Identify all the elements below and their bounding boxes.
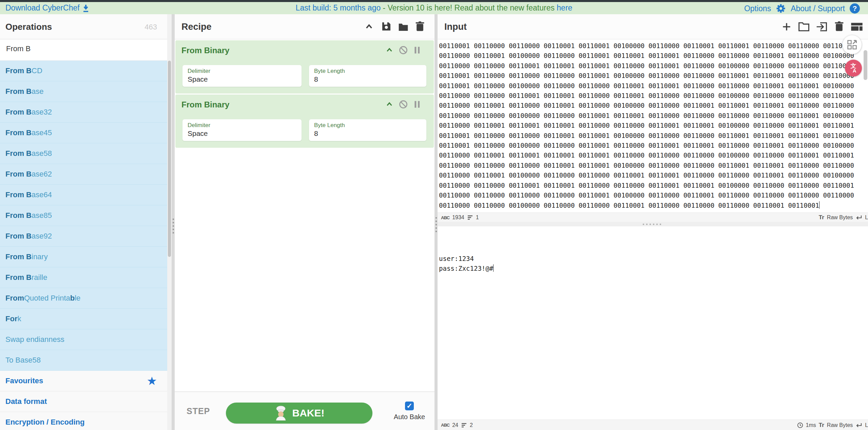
operation-item[interactable]: From Quoted Printable [0, 288, 167, 309]
step-button[interactable]: STEP [187, 406, 210, 416]
extension-scan-badge[interactable] [843, 35, 862, 54]
recipe-operation-card[interactable]: From Binary Delimiter Space Byte Length … [175, 40, 434, 94]
input-line: 00110001 00110000 00100000 00110000 0011… [439, 141, 864, 150]
item-text: le [75, 294, 80, 303]
match-text: From B [5, 108, 32, 117]
operation-item[interactable]: From Base64 [0, 185, 167, 205]
operation-item[interactable]: From Base85 [0, 205, 167, 226]
input-line: 00110000 00110001 00110000 00110001 0011… [439, 101, 864, 110]
options-link[interactable]: Options [744, 4, 771, 13]
input-line: 00110000 00110000 00110000 00110001 0011… [439, 161, 864, 170]
splitter-recipe-io[interactable] [435, 14, 438, 430]
auto-bake-checkbox[interactable]: ✓ [405, 402, 414, 410]
output-textarea[interactable]: user:1234pass:Zxc123!@# [438, 251, 868, 419]
output-encoding[interactable]: Raw Bytes [827, 422, 853, 428]
eol-return-icon [855, 423, 862, 428]
char-count-icon: ABC [441, 423, 449, 428]
load-recipe-folder-icon[interactable] [398, 21, 409, 32]
input-line: 00110000 00110000 00100000 00110000 0011… [439, 201, 864, 210]
recipe-operation-list: From Binary Delimiter Space Byte Length … [175, 40, 435, 148]
output-line: user:1234 [439, 254, 868, 264]
input-eol[interactable]: LF [865, 214, 868, 221]
clear-recipe-trash-icon[interactable] [415, 21, 425, 32]
collapse-op-icon[interactable] [385, 100, 394, 109]
operation-item[interactable]: From Base58 [0, 143, 167, 164]
input-line: 00110000 00110000 00110001 00110001 0011… [439, 91, 864, 101]
pause-op-icon[interactable] [413, 100, 421, 108]
auto-bake-label: Auto Bake [389, 413, 430, 421]
input-title: Input [444, 22, 467, 32]
recipe-operation-card[interactable]: From Binary Delimiter Space Byte Length … [175, 95, 434, 148]
operation-item[interactable]: From Base92 [0, 226, 167, 247]
collapse-op-icon[interactable] [385, 46, 394, 55]
line-count-icon [461, 423, 467, 428]
match-text: b [70, 294, 75, 303]
recipe-panel: Recipe From Binary Delimiter Space Byte … [175, 14, 435, 430]
category-label: Favourites [5, 376, 43, 385]
add-input-tab-icon[interactable] [781, 21, 792, 32]
disable-op-icon[interactable] [399, 45, 408, 55]
operation-item[interactable]: To Base58 [0, 350, 167, 371]
category-item[interactable]: Favourites★ [0, 371, 167, 391]
operations-scrollbar-thumb[interactable] [168, 61, 171, 257]
byte-length-input[interactable]: Byte Length 8 [309, 65, 426, 87]
category-label: Encryption / Encoding [5, 418, 84, 427]
operation-item[interactable]: From BCD [0, 61, 167, 81]
delimiter-select[interactable]: Delimiter Space [182, 65, 302, 87]
match-text: From B [5, 66, 32, 75]
item-text: CD [32, 66, 42, 75]
byte-length-input[interactable]: Byte Length 8 [309, 119, 426, 141]
output-eol[interactable]: LF [865, 422, 868, 428]
category-item[interactable]: Encryption / Encoding [0, 412, 167, 430]
clear-input-trash-icon[interactable] [834, 21, 844, 32]
operation-item[interactable]: From Base32 [0, 102, 167, 123]
input-encoding[interactable]: Raw Bytes [827, 214, 853, 221]
pause-op-icon[interactable] [413, 46, 421, 54]
help-icon[interactable]: ? [850, 3, 860, 14]
text-cursor [493, 264, 494, 272]
disable-op-icon[interactable] [399, 100, 408, 109]
match-text: From B [5, 252, 32, 261]
match-text: From B [5, 149, 32, 158]
match-text: From B [5, 190, 32, 199]
collapse-recipe-icon[interactable] [364, 22, 374, 32]
arg-label: Byte Length [314, 68, 345, 75]
splitter-operations-recipe[interactable] [172, 14, 175, 430]
operation-name: From Binary [181, 46, 229, 55]
line-count-icon [467, 215, 473, 220]
encoding-icon[interactable]: Tr [819, 422, 824, 429]
input-line: 00110000 00110000 00100000 00110000 0011… [439, 111, 864, 121]
recipe-header: Recipe [175, 14, 435, 39]
favourites-star-icon[interactable]: ★ [147, 374, 157, 388]
open-folder-import-icon[interactable] [816, 22, 827, 32]
open-file-folder-icon[interactable] [798, 22, 810, 32]
encoding-icon[interactable]: Tr [819, 214, 824, 221]
category-item[interactable]: Data format [0, 391, 167, 412]
bake-time: 1ms [806, 422, 816, 428]
search-input[interactable] [5, 44, 156, 54]
extension-translate-badge[interactable]: 文A [845, 60, 862, 77]
delimiter-select[interactable]: Delimiter Space [182, 119, 302, 141]
input-tab-layout-icon[interactable] [851, 22, 863, 31]
splitter-input-output[interactable] [438, 222, 868, 226]
about-link[interactable]: About / Support [791, 4, 845, 13]
operation-item[interactable]: From Braille [0, 267, 167, 288]
operations-header: Operations 463 [0, 14, 167, 39]
operation-item[interactable]: From Base [0, 81, 167, 102]
gear-icon[interactable] [776, 3, 786, 14]
item-text: To Base58 [5, 356, 41, 365]
output-line: pass:Zxc123!@# [439, 264, 868, 273]
input-textarea[interactable]: 00110001 00110000 00110000 00110001 0011… [438, 39, 864, 212]
operation-item[interactable]: From Base45 [0, 123, 167, 143]
operation-item[interactable]: Swap endianness [0, 329, 167, 350]
operation-item[interactable]: From Binary [0, 247, 167, 267]
build-link[interactable]: Last build: 5 months ago [296, 3, 381, 12]
input-line: 00110001 00110000 00100000 00110000 0011… [439, 81, 864, 91]
bake-button[interactable]: BAKE! [226, 403, 372, 424]
save-recipe-icon[interactable] [381, 21, 392, 32]
operation-name: From Binary [181, 100, 229, 109]
input-scrollbar-thumb[interactable] [864, 50, 867, 80]
operation-item[interactable]: From Base62 [0, 164, 167, 185]
operation-item[interactable]: Fork [0, 309, 167, 329]
here-link[interactable]: here [557, 3, 572, 12]
